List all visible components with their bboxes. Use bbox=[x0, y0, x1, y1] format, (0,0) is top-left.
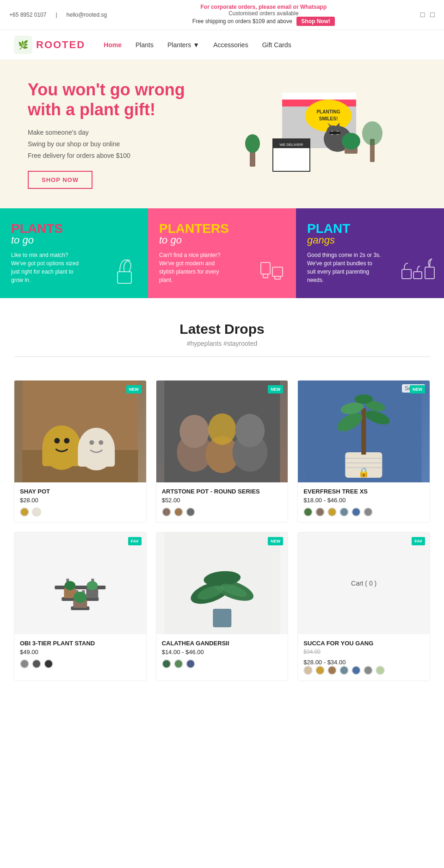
swatch-green[interactable] bbox=[303, 507, 313, 517]
swatch-beige[interactable] bbox=[303, 666, 313, 675]
product-grid: NEW SHAY POT $28.00 NEW bbox=[0, 375, 444, 699]
artstone-illustration bbox=[156, 381, 288, 482]
svg-point-37 bbox=[64, 438, 69, 443]
svg-point-46 bbox=[179, 415, 209, 448]
nav-gift-cards[interactable]: Gift Cards bbox=[262, 41, 291, 49]
nav-plants[interactable]: Plants bbox=[136, 41, 154, 49]
logo[interactable]: 🌿 ROOTED bbox=[14, 36, 85, 54]
swatch-brown[interactable] bbox=[315, 507, 325, 517]
product-name-obi: OBI 3-TIER PLANT STAND bbox=[20, 640, 141, 647]
nav-accessories[interactable]: Accessories bbox=[213, 41, 248, 49]
product-image-everfresh[interactable]: Search NEW 🔒 bbox=[298, 381, 430, 482]
category-banners: PLANTS to go Like to mix and match?We've… bbox=[0, 208, 444, 298]
swatch-blue[interactable] bbox=[352, 666, 361, 675]
product-info-obi: OBI 3-TIER PLANT STAND $49.00 bbox=[14, 634, 146, 674]
svg-point-72 bbox=[64, 581, 75, 590]
social-icon-1[interactable]: □ bbox=[420, 11, 425, 19]
swatch-tan[interactable] bbox=[174, 507, 183, 517]
cat-gangs-icon bbox=[400, 253, 437, 291]
product-image-calathea[interactable]: NEW bbox=[156, 532, 288, 634]
product-card-succa: Cart ( 0 ) FAV SUCCA FOR YOU GANG $34.00… bbox=[297, 532, 430, 681]
swatch-gray1[interactable] bbox=[20, 659, 29, 668]
product-price-shay: $28.00 bbox=[20, 497, 141, 504]
swatch-forestgreen[interactable] bbox=[162, 659, 171, 668]
color-swatches-obi bbox=[20, 659, 141, 668]
color-swatches-artstone bbox=[162, 507, 283, 517]
lock-icon: 🔒 bbox=[358, 467, 370, 478]
swatch-blue[interactable] bbox=[352, 507, 361, 517]
svg-text:PLANTING: PLANTING bbox=[316, 109, 340, 114]
shipping-info: Free shipping on orders $109 and above S… bbox=[107, 17, 420, 26]
main-nav: 🌿 ROOTED Home Plants Planters ▼ Accessor… bbox=[0, 30, 444, 60]
swatch-white[interactable] bbox=[32, 507, 41, 517]
svg-rect-26 bbox=[272, 267, 283, 276]
product-info-succa: SUCCA FOR YOU GANG $34.00 $28.00 - $34.0… bbox=[298, 634, 430, 681]
swatch-tan[interactable] bbox=[327, 666, 337, 675]
cat-plants-sub: to go bbox=[11, 235, 137, 245]
swatch-charcoal[interactable] bbox=[44, 659, 53, 668]
hero-text: You won't go wrongwith a plant gift! Mak… bbox=[28, 80, 222, 189]
category-gangs[interactable]: PLANT gangs Good things come in 2s or 3s… bbox=[296, 208, 444, 298]
new-badge-calathea: NEW bbox=[268, 537, 283, 545]
swatch-brown[interactable] bbox=[162, 507, 171, 517]
svg-rect-35 bbox=[42, 448, 81, 466]
svg-text:WE DELIVER!: WE DELIVER! bbox=[279, 143, 303, 147]
top-bar-center: For corporate orders, please email or Wh… bbox=[107, 4, 420, 26]
svg-point-59 bbox=[355, 394, 373, 404]
cat-planters-icon bbox=[256, 253, 289, 291]
product-info-everfresh: EVERFRESH TREE XS $18.00 - $46.00 bbox=[298, 482, 430, 522]
swatch-yellow[interactable] bbox=[20, 507, 29, 517]
hero-cta-button[interactable]: SHOP NOW bbox=[28, 171, 92, 189]
nav-links: Home Plants Planters ▼ Accessories Gift … bbox=[104, 41, 430, 49]
swatch-gold[interactable] bbox=[327, 507, 337, 517]
svg-point-40 bbox=[89, 440, 94, 445]
svg-rect-14 bbox=[329, 131, 340, 134]
swatch-gray[interactable] bbox=[186, 507, 195, 517]
svg-point-36 bbox=[54, 438, 60, 443]
product-name-calathea: CALATHEA GANDERSII bbox=[162, 640, 283, 647]
swatch-medgreen[interactable] bbox=[174, 659, 183, 668]
color-swatches-everfresh bbox=[303, 507, 424, 517]
swatch-slate[interactable] bbox=[339, 666, 349, 675]
product-info-artstone: ARTSTONE POT - ROUND SERIES $52.00 bbox=[156, 482, 288, 522]
logo-text: ROOTED bbox=[36, 39, 85, 51]
nav-home[interactable]: Home bbox=[104, 41, 122, 49]
product-info-shay: SHAY POT $28.00 bbox=[14, 482, 146, 522]
cat-planters-sub: to go bbox=[159, 235, 285, 245]
product-image-shay-pot[interactable]: NEW bbox=[14, 381, 146, 482]
product-image-succa[interactable]: Cart ( 0 ) FAV bbox=[298, 532, 430, 634]
swatch-gray[interactable] bbox=[364, 507, 373, 517]
product-name-artstone: ARTSTONE POT - ROUND SERIES bbox=[162, 488, 283, 495]
new-badge-shay: NEW bbox=[126, 385, 142, 393]
swatch-darkgray[interactable] bbox=[32, 659, 41, 668]
product-image-artstone[interactable]: NEW bbox=[156, 381, 288, 482]
section-divider bbox=[14, 356, 430, 357]
top-bar: +65 8952 0107 | hello@rooted.sg For corp… bbox=[0, 0, 444, 30]
shop-now-button[interactable]: Shop Now! bbox=[296, 17, 335, 26]
hero-illustration: PLANTING SMILES! WE DELIVER! bbox=[245, 79, 393, 190]
svg-rect-31 bbox=[425, 267, 434, 279]
social-icon-2[interactable]: □ bbox=[430, 11, 435, 19]
svg-rect-25 bbox=[261, 262, 270, 274]
fav-badge-obi: FAV bbox=[128, 537, 142, 545]
swatch-gray[interactable] bbox=[364, 666, 373, 675]
nav-planters[interactable]: Planters ▼ bbox=[167, 41, 199, 49]
product-image-obi[interactable]: FAV bbox=[14, 532, 146, 634]
product-price-everfresh: $18.00 - $46.00 bbox=[303, 497, 424, 504]
svg-marker-4 bbox=[282, 93, 356, 100]
swatch-gold[interactable] bbox=[315, 666, 325, 675]
fav-badge-succa: FAV bbox=[412, 537, 425, 545]
svg-point-71 bbox=[74, 592, 86, 603]
product-price-old-succa: $34.00 bbox=[303, 649, 424, 655]
product-name-everfresh: EVERFRESH TREE XS bbox=[303, 488, 424, 495]
hero-subtitle: Make someone's day Swing by our shop or … bbox=[28, 127, 222, 162]
swatch-lightgreen[interactable] bbox=[376, 666, 385, 675]
swatch-indigo[interactable] bbox=[186, 659, 195, 668]
category-planters[interactable]: PLANTERS to go Can't find a nice planter… bbox=[148, 208, 296, 298]
swatch-slate[interactable] bbox=[339, 507, 349, 517]
cat-plants-icon bbox=[108, 253, 141, 291]
separator: | bbox=[56, 12, 57, 18]
category-plants[interactable]: PLANTS to go Like to mix and match?We've… bbox=[0, 208, 148, 298]
custom-msg: Customised orders available bbox=[107, 10, 420, 17]
calathea-illustration bbox=[156, 532, 288, 634]
